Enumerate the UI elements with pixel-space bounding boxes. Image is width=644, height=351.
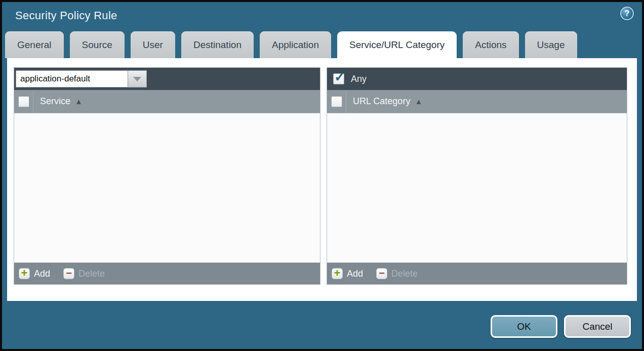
dialog-title: Security Policy Rule (15, 9, 117, 22)
dialog-action-bar: OK Cancel (2, 315, 631, 338)
url-category-table-header: URL Category ▲ (327, 90, 627, 113)
tab-usage[interactable]: Usage (525, 31, 577, 58)
any-checkbox[interactable]: ✓ (333, 73, 344, 84)
tab-destination[interactable]: Destination (181, 31, 254, 58)
url-category-select-all-checkbox[interactable] (331, 96, 342, 107)
service-table-body (14, 113, 320, 262)
tab-source[interactable]: Source (70, 31, 125, 58)
help-icon[interactable]: ? (620, 7, 634, 20)
add-service-button[interactable]: + Add (19, 268, 50, 279)
tab-general[interactable]: General (5, 31, 64, 58)
tab-actions[interactable]: Actions (463, 31, 518, 58)
plus-icon: + (334, 268, 341, 279)
delete-service-button[interactable]: − Delete (63, 268, 105, 279)
url-category-footer: + Add − Delete (327, 262, 627, 284)
add-url-category-button[interactable]: + Add (332, 268, 363, 279)
service-type-dropdown (16, 70, 147, 87)
service-type-dropdown-input[interactable] (16, 70, 128, 87)
chevron-down-icon (133, 77, 141, 81)
service-type-dropdown-button[interactable] (128, 70, 147, 87)
sort-ascending-icon: ▲ (75, 98, 83, 105)
service-panel: Service ▲ + Add − Delete (14, 67, 320, 285)
url-category-column-header[interactable]: URL Category ▲ (353, 96, 422, 107)
minus-icon: − (66, 268, 72, 278)
security-policy-rule-dialog: Security Policy Rule ? General Source Us… (0, 0, 644, 351)
tab-application[interactable]: Application (260, 31, 331, 58)
delete-url-category-button[interactable]: − Delete (376, 268, 418, 279)
service-toolbar (14, 68, 320, 90)
url-category-table-body (327, 113, 627, 262)
tab-user[interactable]: User (131, 31, 175, 58)
ok-button[interactable]: OK (491, 315, 557, 338)
service-column-header[interactable]: Service ▲ (40, 96, 83, 107)
plus-icon: + (21, 268, 28, 279)
service-select-all-checkbox[interactable] (18, 96, 29, 107)
cancel-button[interactable]: Cancel (564, 315, 631, 338)
checkmark-icon: ✓ (334, 70, 345, 83)
service-table-header: Service ▲ (14, 90, 320, 113)
minus-icon: − (379, 268, 385, 278)
any-label: Any (351, 74, 367, 84)
url-category-panel: ✓ Any URL Category ▲ + Add (327, 67, 627, 285)
sort-ascending-icon: ▲ (415, 98, 422, 105)
service-footer: + Add − Delete (14, 262, 320, 284)
tab-bar: General Source User Destination Applicat… (2, 31, 642, 58)
title-bar: Security Policy Rule ? (2, 2, 642, 31)
tab-content: Service ▲ + Add − Delete (7, 58, 637, 301)
url-category-toolbar: ✓ Any (327, 68, 627, 90)
tab-service-url-category[interactable]: Service/URL Category (337, 31, 457, 58)
